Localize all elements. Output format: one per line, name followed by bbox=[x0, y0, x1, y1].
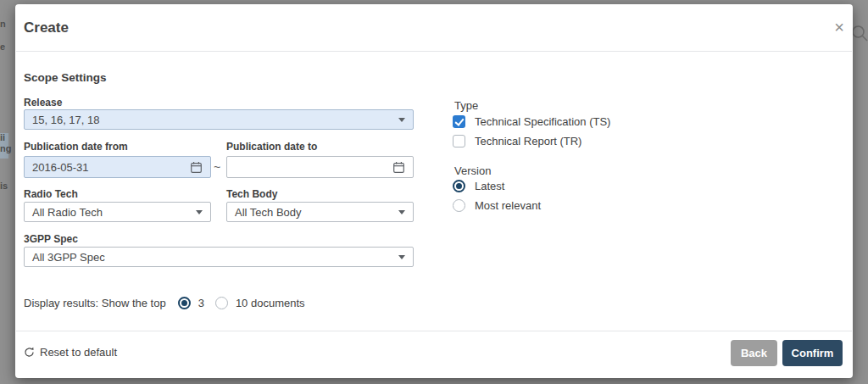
create-dialog bbox=[15, 4, 853, 378]
calendar-icon[interactable] bbox=[392, 161, 405, 174]
date-range-separator: ~ bbox=[214, 160, 220, 174]
pub-date-to-input[interactable] bbox=[226, 156, 414, 178]
version-option-latest: Latest bbox=[453, 180, 504, 192]
top3-radio-label: 3 bbox=[198, 297, 204, 309]
background-search-icon bbox=[850, 24, 868, 46]
ts-checkbox[interactable] bbox=[453, 115, 465, 128]
header-divider bbox=[16, 51, 852, 52]
top10-radio-label: 10 documents bbox=[236, 297, 305, 309]
bg-text-fragment: is bbox=[0, 181, 8, 191]
chevron-down-icon bbox=[196, 210, 203, 214]
type-option-tr: Technical Report (TR) bbox=[453, 135, 581, 147]
radio-tech-value: All Radio Tech bbox=[32, 206, 103, 219]
chevron-down-icon bbox=[398, 255, 405, 259]
reset-icon bbox=[24, 347, 35, 358]
tr-checkbox[interactable] bbox=[453, 135, 465, 147]
release-label: Release bbox=[24, 97, 62, 109]
bg-text-fragment: ng bbox=[0, 143, 11, 153]
top10-radio[interactable] bbox=[215, 297, 228, 309]
bg-text-fragment: ii bbox=[0, 132, 5, 142]
type-option-ts: Technical Specification (TS) bbox=[453, 115, 610, 128]
bg-text-fragment: e bbox=[0, 42, 5, 52]
reset-to-default-button[interactable]: Reset to default bbox=[24, 346, 117, 359]
top3-radio[interactable] bbox=[178, 297, 191, 309]
dialog-title: Create bbox=[24, 19, 69, 36]
latest-radio-label: Latest bbox=[475, 180, 504, 192]
tech-body-select[interactable]: All Tech Body bbox=[226, 202, 414, 222]
close-icon[interactable]: × bbox=[829, 17, 849, 37]
gpp-spec-select[interactable]: All 3GPP Spec bbox=[24, 247, 414, 267]
latest-radio[interactable] bbox=[453, 180, 465, 192]
release-select[interactable]: 15, 16, 17, 18 bbox=[24, 109, 414, 130]
tech-body-label: Tech Body bbox=[226, 188, 277, 200]
pub-date-from-label: Publication date from bbox=[24, 141, 128, 153]
radio-tech-label: Radio Tech bbox=[24, 188, 78, 200]
confirm-button[interactable]: Confirm bbox=[782, 340, 843, 366]
type-group-label: Type bbox=[454, 99, 478, 112]
most-relevant-radio[interactable] bbox=[453, 199, 465, 212]
back-button[interactable]: Back bbox=[731, 340, 777, 366]
pub-date-from-input[interactable]: 2016-05-31 bbox=[24, 156, 211, 178]
pub-date-from-value: 2016-05-31 bbox=[32, 161, 89, 174]
section-title-scope-settings: Scope Settings bbox=[24, 71, 107, 84]
gpp-spec-value: All 3GPP Spec bbox=[32, 251, 105, 264]
radio-tech-select[interactable]: All Radio Tech bbox=[24, 202, 211, 222]
reset-label: Reset to default bbox=[40, 346, 117, 359]
display-results-row: Display results: Show the top 3 10 docum… bbox=[24, 296, 305, 309]
most-relevant-radio-label: Most relevant bbox=[475, 199, 541, 212]
chevron-down-icon bbox=[398, 118, 405, 122]
screen: n e ii ng is Create × Scope Settings Rel… bbox=[0, 0, 868, 384]
display-results-label: Display results: Show the top bbox=[24, 297, 166, 309]
calendar-icon[interactable] bbox=[190, 161, 203, 174]
ts-checkbox-label: Technical Specification (TS) bbox=[475, 115, 610, 128]
tech-body-value: All Tech Body bbox=[235, 206, 302, 219]
gpp-spec-label: 3GPP Spec bbox=[24, 233, 78, 245]
chevron-down-icon bbox=[398, 210, 405, 214]
version-group-label: Version bbox=[454, 164, 491, 177]
version-option-most-relevant: Most relevant bbox=[453, 199, 541, 212]
footer-divider bbox=[16, 331, 852, 331]
tr-checkbox-label: Technical Report (TR) bbox=[475, 135, 581, 147]
bg-text-fragment: n bbox=[0, 19, 6, 29]
release-value: 15, 16, 17, 18 bbox=[32, 114, 100, 126]
pub-date-to-label: Publication date to bbox=[226, 141, 317, 153]
